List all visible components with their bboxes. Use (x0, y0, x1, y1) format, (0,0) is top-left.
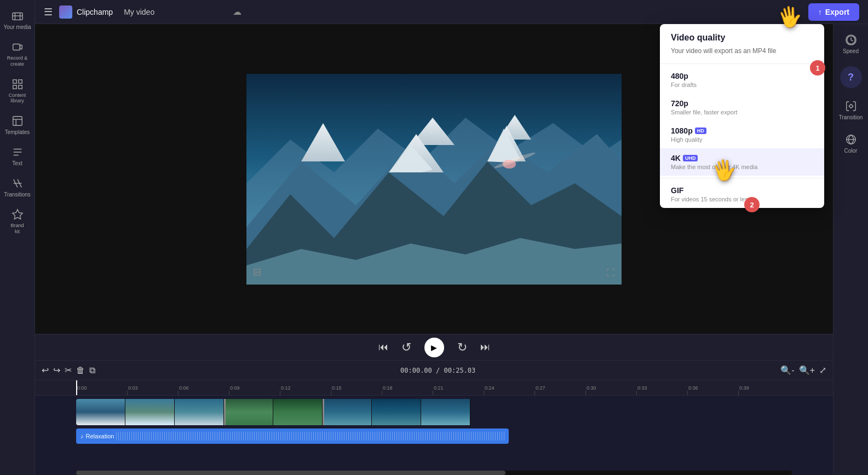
ruler-mark: 0:33 (636, 385, 687, 395)
template-icon (12, 115, 24, 127)
quality-option-gif[interactable]: GIF For videos 15 seconds or less (660, 181, 824, 208)
video-thumb (421, 399, 470, 425)
sidebar-item-brand-kit[interactable]: Brandkit (0, 203, 35, 240)
cloud-save-icon: ☁ (233, 7, 242, 17)
sidebar: Your media Record &create Contentlibrary… (0, 0, 35, 475)
video-title-input[interactable] (119, 5, 224, 19)
audio-waveform (116, 432, 504, 441)
help-button[interactable]: ? (840, 66, 862, 88)
fullscreen-icon[interactable]: ⛶ (606, 268, 615, 278)
zoom-in-button[interactable]: 🔍+ (799, 365, 815, 375)
quality-option-1080p[interactable]: 1080p HD High quality (660, 121, 824, 148)
ruler-mark: 0:09 (229, 385, 280, 395)
text-icon (12, 146, 24, 158)
play-button[interactable]: ▶ (424, 338, 444, 357)
right-panel: Speed ? Transition (833, 24, 868, 475)
popup-title: Video quality (660, 24, 824, 47)
audio-track-label: Relaxation (86, 433, 114, 439)
ruler-mark: 0:18 (382, 385, 433, 395)
menu-icon[interactable]: ☰ (44, 6, 53, 18)
timeline-time-display: 00:00.00 / 00:25.03 (100, 367, 776, 374)
quality-desc-gif: For videos 15 seconds or less (671, 196, 813, 202)
popup-divider-2 (660, 178, 824, 178)
transition-icon (845, 100, 857, 112)
popup-subtitle: Your video will export as an MP4 file (660, 47, 824, 61)
quality-desc-1080p: High quality (671, 136, 813, 143)
right-panel-transition[interactable]: Transition (833, 95, 868, 126)
video-thumb (125, 399, 175, 425)
scrollbar-thumb[interactable] (76, 471, 505, 475)
sidebar-item-transitions[interactable]: Transitions (0, 172, 35, 203)
svg-rect-5 (18, 79, 21, 83)
svg-rect-8 (13, 117, 22, 126)
film-icon (12, 10, 24, 22)
brand-icon (12, 208, 24, 221)
forward-button[interactable]: ↻ (457, 340, 467, 355)
fit-button[interactable]: ⤢ (819, 365, 826, 375)
uhd-badge: UHD (683, 155, 698, 161)
ruler-mark: 0:15 (331, 385, 382, 395)
sidebar-item-label: Your media (3, 24, 31, 30)
camera-icon (12, 41, 24, 53)
sidebar-item-content-library[interactable]: Contentlibrary (0, 73, 35, 110)
popup-divider (660, 63, 824, 64)
export-label: Export (825, 8, 849, 16)
svg-rect-0 (12, 13, 22, 20)
speed-icon (845, 34, 857, 46)
ruler-mark: 0:24 (484, 385, 534, 395)
logo-icon (59, 5, 72, 19)
subtitles-icon: ⊟ (253, 266, 261, 278)
timeline-playhead[interactable] (76, 380, 77, 395)
cut-button[interactable]: ✂ (65, 365, 72, 375)
video-frame: ⊟ ⛶ (246, 74, 622, 285)
timeline-tracks: ♪ Relaxation (35, 396, 833, 471)
sidebar-item-label: Brandkit (10, 223, 24, 235)
video-thumb (76, 399, 125, 425)
timeline-zoom-controls: 🔍- 🔍+ ⤢ (780, 365, 826, 375)
video-thumb (273, 399, 323, 425)
audio-track[interactable]: ♪ Relaxation (76, 428, 509, 444)
skip-back-button[interactable]: ⏮ (378, 341, 388, 353)
export-quality-popup: Video quality Your video will export as … (660, 24, 824, 208)
copy-button[interactable]: ⧉ (89, 366, 95, 375)
ruler-mark: 0:27 (534, 385, 585, 395)
right-panel-speed[interactable]: Speed (833, 28, 868, 60)
quality-option-480p[interactable]: 480p For drafts (660, 66, 824, 94)
quality-desc-720p: Smaller file, faster export (671, 109, 813, 115)
transitions-icon (12, 177, 24, 189)
ruler-mark: 0:21 (433, 385, 484, 395)
ruler-mark: 0:03 (127, 385, 178, 395)
undo-button[interactable]: ↩ (42, 365, 49, 375)
timeline-toolbar: ↩ ↪ ✂ 🗑 ⧉ 00:00.00 / 00:25.03 🔍- 🔍+ ⤢ (35, 361, 833, 380)
quality-option-720p[interactable]: 720p Smaller file, faster export (660, 94, 824, 121)
delete-button[interactable]: 🗑 (76, 366, 85, 375)
sidebar-item-label: Templates (5, 129, 30, 135)
audio-track-row: ♪ Relaxation (76, 428, 833, 448)
color-icon (845, 134, 857, 146)
ruler-mark: 0:06 (178, 385, 229, 395)
right-panel-color[interactable]: Color (833, 128, 868, 159)
video-track-row (76, 397, 833, 427)
video-thumb (175, 399, 224, 425)
rewind-button[interactable]: ↺ (401, 340, 411, 355)
quality-label-4k: 4K UHD (671, 154, 813, 163)
sidebar-item-record-create[interactable]: Record &create (0, 36, 35, 73)
skip-forward-button[interactable]: ⏭ (480, 341, 490, 353)
topbar: ☰ Clipchamp ☁ ↑ Export (35, 0, 868, 24)
sidebar-item-text[interactable]: Text (0, 141, 35, 172)
hd-badge: HD (695, 128, 706, 134)
ruler-marks: 0:00 0:03 0:06 0:09 0:12 0:15 0:18 0:21 … (35, 380, 833, 395)
quality-label-gif: GIF (671, 186, 813, 195)
video-track[interactable] (76, 399, 509, 425)
redo-button[interactable]: ↪ (53, 365, 60, 375)
video-controls: ⏮ ↺ ▶ ↻ ⏭ (35, 334, 833, 360)
timeline-ruler: 0:00 0:03 0:06 0:09 0:12 0:15 0:18 0:21 … (35, 380, 833, 396)
quality-option-4k[interactable]: 4K UHD Make the most of your 4K media (660, 148, 824, 176)
transition-label: Transition (839, 114, 863, 120)
export-button[interactable]: ↑ Export (808, 3, 859, 21)
zoom-out-button[interactable]: 🔍- (780, 365, 794, 375)
sidebar-item-your-media[interactable]: Your media (0, 4, 35, 36)
timeline-scrollbar[interactable] (76, 471, 792, 475)
speed-label: Speed (843, 48, 859, 54)
sidebar-item-templates[interactable]: Templates (0, 109, 35, 141)
